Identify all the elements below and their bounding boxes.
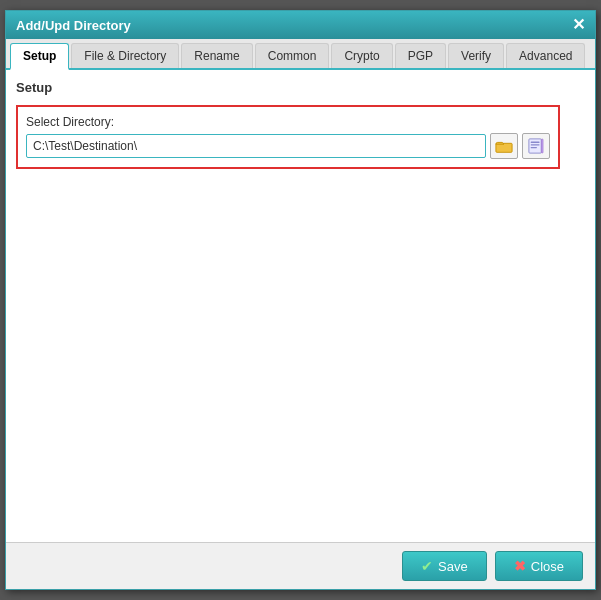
svg-rect-0 xyxy=(496,143,512,152)
save-check-icon: ✔ xyxy=(421,558,433,574)
close-x-icon: ✖ xyxy=(514,558,526,574)
directory-input-row xyxy=(26,133,550,159)
svg-rect-3 xyxy=(531,144,540,145)
tab-setup[interactable]: Setup xyxy=(10,43,69,70)
tab-pgp[interactable]: PGP xyxy=(395,43,446,68)
save-label: Save xyxy=(438,559,468,574)
tab-crypto[interactable]: Crypto xyxy=(331,43,392,68)
dialog-window: Add/Upd Directory ✕ Setup File & Directo… xyxy=(5,10,596,590)
tab-bar: Setup File & Directory Rename Common Cry… xyxy=(6,39,595,70)
svg-rect-1 xyxy=(529,139,541,153)
content-area: Setup Select Directory: xyxy=(6,70,595,542)
svg-rect-2 xyxy=(531,142,540,143)
tab-file-directory[interactable]: File & Directory xyxy=(71,43,179,68)
document-icon xyxy=(527,138,545,154)
tab-rename[interactable]: Rename xyxy=(181,43,252,68)
tab-verify[interactable]: Verify xyxy=(448,43,504,68)
title-bar: Add/Upd Directory ✕ xyxy=(6,11,595,39)
browse-document-button[interactable] xyxy=(522,133,550,159)
select-directory-group: Select Directory: xyxy=(16,105,560,169)
bottom-bar: ✔ Save ✖ Close xyxy=(6,542,595,589)
browse-folder-button[interactable] xyxy=(490,133,518,159)
svg-rect-5 xyxy=(541,139,543,153)
section-title: Setup xyxy=(16,80,585,95)
tab-common[interactable]: Common xyxy=(255,43,330,68)
select-directory-label: Select Directory: xyxy=(26,115,550,129)
tab-advanced[interactable]: Advanced xyxy=(506,43,585,68)
close-label: Close xyxy=(531,559,564,574)
directory-input[interactable] xyxy=(26,134,486,158)
dialog-title: Add/Upd Directory xyxy=(16,18,131,33)
svg-rect-4 xyxy=(531,147,537,148)
folder-icon xyxy=(495,138,513,154)
title-close-button[interactable]: ✕ xyxy=(572,17,585,33)
close-button[interactable]: ✖ Close xyxy=(495,551,583,581)
save-button[interactable]: ✔ Save xyxy=(402,551,487,581)
